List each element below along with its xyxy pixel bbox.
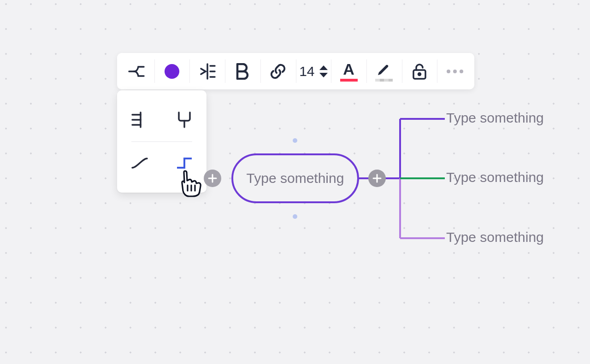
child-node-2-placeholder: Type something [446,170,544,185]
central-node[interactable]: Type something [231,153,359,203]
child-node-1[interactable]: Type something [446,110,544,126]
font-size-up-icon[interactable] [319,65,328,70]
layout-both-option[interactable] [174,110,195,130]
line-elbow-option[interactable] [174,156,195,170]
formatting-toolbar: 14 A [117,53,474,89]
highlight-button[interactable] [366,53,402,89]
child-node-2[interactable]: Type something [446,170,544,185]
distribute-button[interactable] [189,53,225,89]
branch-style-dropdown [117,90,206,193]
bold-button[interactable] [225,53,260,89]
distribute-icon [198,62,217,81]
plus-icon [208,174,217,183]
layout-left-option[interactable] [130,110,150,130]
more-icon [447,70,463,73]
child-node-1-placeholder: Type something [446,110,544,125]
svg-point-1 [165,64,179,79]
child-node-3-placeholder: Type something [446,229,544,245]
font-color-button[interactable]: A [331,53,366,89]
font-size-value: 14 [299,64,314,79]
shape-color-button[interactable] [154,53,190,89]
line-curved-option[interactable] [130,156,150,170]
branch-style-icon [127,62,146,81]
highlight-icon [376,62,392,81]
add-child-left-button[interactable] [204,170,221,187]
lock-button[interactable] [402,53,437,89]
central-node-placeholder: Type something [247,170,344,186]
color-circle-icon [164,63,180,80]
link-button[interactable] [260,53,296,89]
add-child-right-button[interactable] [368,170,386,187]
more-button[interactable] [437,53,472,89]
child-node-3[interactable]: Type something [446,229,544,245]
node-handle-top[interactable] [293,138,297,143]
line-curved-icon [130,156,150,170]
node-handle-bottom[interactable] [293,214,297,219]
layout-both-icon [174,110,195,130]
layout-left-icon [130,110,150,130]
link-icon [269,63,287,80]
unlock-icon [412,63,427,80]
dropdown-separator [131,141,192,142]
plus-icon [372,174,382,183]
svg-point-7 [418,73,420,75]
font-size-stepper[interactable] [319,65,328,77]
line-elbow-icon [174,156,195,170]
font-size-control[interactable]: 14 [296,53,331,89]
font-color-icon: A [341,62,357,81]
bold-icon [236,63,249,80]
font-size-down-icon[interactable] [319,73,328,77]
branch-style-button[interactable] [119,53,154,89]
